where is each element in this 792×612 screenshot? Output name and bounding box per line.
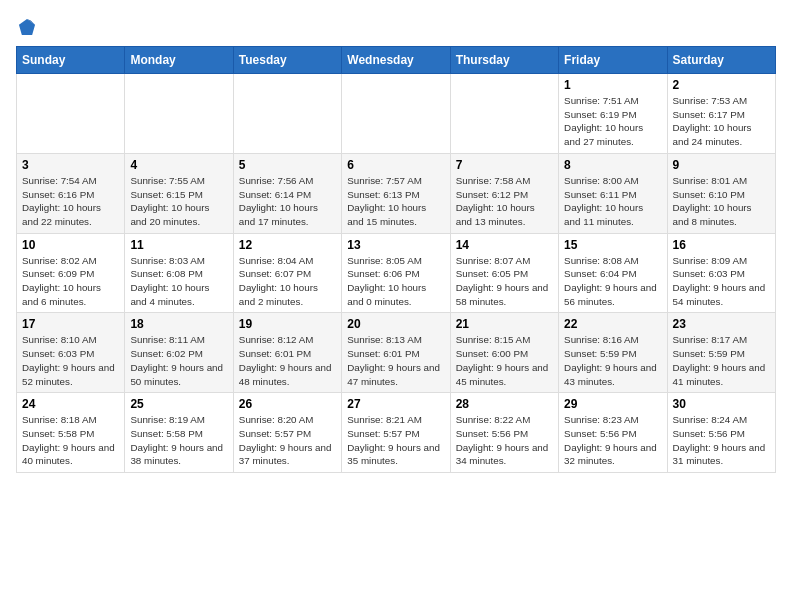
day-number: 19 <box>239 317 336 331</box>
calendar-week-5: 24Sunrise: 8:18 AMSunset: 5:58 PMDayligh… <box>17 393 776 473</box>
day-number: 1 <box>564 78 661 92</box>
calendar-cell: 3Sunrise: 7:54 AMSunset: 6:16 PMDaylight… <box>17 153 125 233</box>
day-info: Sunrise: 8:20 AMSunset: 5:57 PMDaylight:… <box>239 413 336 468</box>
day-info: Sunrise: 8:18 AMSunset: 5:58 PMDaylight:… <box>22 413 119 468</box>
day-info: Sunrise: 7:58 AMSunset: 6:12 PMDaylight:… <box>456 174 553 229</box>
calendar-cell <box>17 74 125 154</box>
day-info: Sunrise: 8:08 AMSunset: 6:04 PMDaylight:… <box>564 254 661 309</box>
day-number: 12 <box>239 238 336 252</box>
calendar-cell: 24Sunrise: 8:18 AMSunset: 5:58 PMDayligh… <box>17 393 125 473</box>
calendar-cell: 21Sunrise: 8:15 AMSunset: 6:00 PMDayligh… <box>450 313 558 393</box>
weekday-header-sunday: Sunday <box>17 47 125 74</box>
day-number: 18 <box>130 317 227 331</box>
page-header <box>16 16 776 38</box>
day-info: Sunrise: 8:17 AMSunset: 5:59 PMDaylight:… <box>673 333 770 388</box>
calendar-cell: 20Sunrise: 8:13 AMSunset: 6:01 PMDayligh… <box>342 313 450 393</box>
calendar-cell: 1Sunrise: 7:51 AMSunset: 6:19 PMDaylight… <box>559 74 667 154</box>
day-number: 24 <box>22 397 119 411</box>
calendar-cell: 11Sunrise: 8:03 AMSunset: 6:08 PMDayligh… <box>125 233 233 313</box>
calendar-cell: 9Sunrise: 8:01 AMSunset: 6:10 PMDaylight… <box>667 153 775 233</box>
calendar-cell <box>342 74 450 154</box>
day-number: 30 <box>673 397 770 411</box>
calendar-cell: 28Sunrise: 8:22 AMSunset: 5:56 PMDayligh… <box>450 393 558 473</box>
day-number: 27 <box>347 397 444 411</box>
calendar-cell: 6Sunrise: 7:57 AMSunset: 6:13 PMDaylight… <box>342 153 450 233</box>
calendar-cell: 2Sunrise: 7:53 AMSunset: 6:17 PMDaylight… <box>667 74 775 154</box>
calendar-cell <box>450 74 558 154</box>
day-number: 5 <box>239 158 336 172</box>
calendar-cell: 27Sunrise: 8:21 AMSunset: 5:57 PMDayligh… <box>342 393 450 473</box>
day-number: 20 <box>347 317 444 331</box>
calendar-week-2: 3Sunrise: 7:54 AMSunset: 6:16 PMDaylight… <box>17 153 776 233</box>
day-number: 10 <box>22 238 119 252</box>
calendar-cell: 12Sunrise: 8:04 AMSunset: 6:07 PMDayligh… <box>233 233 341 313</box>
logo <box>16 16 42 38</box>
calendar-cell: 16Sunrise: 8:09 AMSunset: 6:03 PMDayligh… <box>667 233 775 313</box>
day-info: Sunrise: 8:12 AMSunset: 6:01 PMDaylight:… <box>239 333 336 388</box>
day-number: 15 <box>564 238 661 252</box>
calendar-cell: 15Sunrise: 8:08 AMSunset: 6:04 PMDayligh… <box>559 233 667 313</box>
calendar-cell: 14Sunrise: 8:07 AMSunset: 6:05 PMDayligh… <box>450 233 558 313</box>
calendar-cell: 18Sunrise: 8:11 AMSunset: 6:02 PMDayligh… <box>125 313 233 393</box>
calendar-week-4: 17Sunrise: 8:10 AMSunset: 6:03 PMDayligh… <box>17 313 776 393</box>
weekday-header-monday: Monday <box>125 47 233 74</box>
day-info: Sunrise: 7:54 AMSunset: 6:16 PMDaylight:… <box>22 174 119 229</box>
calendar-cell: 22Sunrise: 8:16 AMSunset: 5:59 PMDayligh… <box>559 313 667 393</box>
day-number: 26 <box>239 397 336 411</box>
day-number: 6 <box>347 158 444 172</box>
day-number: 17 <box>22 317 119 331</box>
weekday-header-tuesday: Tuesday <box>233 47 341 74</box>
calendar-cell: 23Sunrise: 8:17 AMSunset: 5:59 PMDayligh… <box>667 313 775 393</box>
calendar-table: SundayMondayTuesdayWednesdayThursdayFrid… <box>16 46 776 473</box>
calendar-cell: 4Sunrise: 7:55 AMSunset: 6:15 PMDaylight… <box>125 153 233 233</box>
day-info: Sunrise: 7:55 AMSunset: 6:15 PMDaylight:… <box>130 174 227 229</box>
day-info: Sunrise: 8:05 AMSunset: 6:06 PMDaylight:… <box>347 254 444 309</box>
day-number: 8 <box>564 158 661 172</box>
calendar-cell: 25Sunrise: 8:19 AMSunset: 5:58 PMDayligh… <box>125 393 233 473</box>
day-number: 11 <box>130 238 227 252</box>
calendar-cell: 26Sunrise: 8:20 AMSunset: 5:57 PMDayligh… <box>233 393 341 473</box>
day-info: Sunrise: 8:24 AMSunset: 5:56 PMDaylight:… <box>673 413 770 468</box>
calendar-cell: 19Sunrise: 8:12 AMSunset: 6:01 PMDayligh… <box>233 313 341 393</box>
day-info: Sunrise: 8:22 AMSunset: 5:56 PMDaylight:… <box>456 413 553 468</box>
day-info: Sunrise: 8:21 AMSunset: 5:57 PMDaylight:… <box>347 413 444 468</box>
day-info: Sunrise: 8:04 AMSunset: 6:07 PMDaylight:… <box>239 254 336 309</box>
day-info: Sunrise: 7:53 AMSunset: 6:17 PMDaylight:… <box>673 94 770 149</box>
day-number: 23 <box>673 317 770 331</box>
day-number: 9 <box>673 158 770 172</box>
weekday-header-friday: Friday <box>559 47 667 74</box>
day-info: Sunrise: 8:13 AMSunset: 6:01 PMDaylight:… <box>347 333 444 388</box>
day-info: Sunrise: 8:07 AMSunset: 6:05 PMDaylight:… <box>456 254 553 309</box>
day-number: 2 <box>673 78 770 92</box>
weekday-header-row: SundayMondayTuesdayWednesdayThursdayFrid… <box>17 47 776 74</box>
calendar-cell: 7Sunrise: 7:58 AMSunset: 6:12 PMDaylight… <box>450 153 558 233</box>
day-number: 7 <box>456 158 553 172</box>
calendar-cell: 13Sunrise: 8:05 AMSunset: 6:06 PMDayligh… <box>342 233 450 313</box>
calendar-cell: 17Sunrise: 8:10 AMSunset: 6:03 PMDayligh… <box>17 313 125 393</box>
day-info: Sunrise: 8:01 AMSunset: 6:10 PMDaylight:… <box>673 174 770 229</box>
svg-marker-0 <box>19 19 35 35</box>
calendar-cell: 30Sunrise: 8:24 AMSunset: 5:56 PMDayligh… <box>667 393 775 473</box>
calendar-week-1: 1Sunrise: 7:51 AMSunset: 6:19 PMDaylight… <box>17 74 776 154</box>
calendar-cell: 10Sunrise: 8:02 AMSunset: 6:09 PMDayligh… <box>17 233 125 313</box>
day-info: Sunrise: 7:57 AMSunset: 6:13 PMDaylight:… <box>347 174 444 229</box>
day-number: 3 <box>22 158 119 172</box>
calendar-cell: 8Sunrise: 8:00 AMSunset: 6:11 PMDaylight… <box>559 153 667 233</box>
day-number: 25 <box>130 397 227 411</box>
day-number: 21 <box>456 317 553 331</box>
day-info: Sunrise: 7:56 AMSunset: 6:14 PMDaylight:… <box>239 174 336 229</box>
day-info: Sunrise: 8:00 AMSunset: 6:11 PMDaylight:… <box>564 174 661 229</box>
weekday-header-thursday: Thursday <box>450 47 558 74</box>
day-info: Sunrise: 8:16 AMSunset: 5:59 PMDaylight:… <box>564 333 661 388</box>
day-info: Sunrise: 7:51 AMSunset: 6:19 PMDaylight:… <box>564 94 661 149</box>
calendar-cell: 5Sunrise: 7:56 AMSunset: 6:14 PMDaylight… <box>233 153 341 233</box>
calendar-week-3: 10Sunrise: 8:02 AMSunset: 6:09 PMDayligh… <box>17 233 776 313</box>
weekday-header-wednesday: Wednesday <box>342 47 450 74</box>
day-info: Sunrise: 8:23 AMSunset: 5:56 PMDaylight:… <box>564 413 661 468</box>
weekday-header-saturday: Saturday <box>667 47 775 74</box>
logo-icon <box>16 16 38 38</box>
day-info: Sunrise: 8:19 AMSunset: 5:58 PMDaylight:… <box>130 413 227 468</box>
day-number: 14 <box>456 238 553 252</box>
day-info: Sunrise: 8:11 AMSunset: 6:02 PMDaylight:… <box>130 333 227 388</box>
day-info: Sunrise: 8:15 AMSunset: 6:00 PMDaylight:… <box>456 333 553 388</box>
